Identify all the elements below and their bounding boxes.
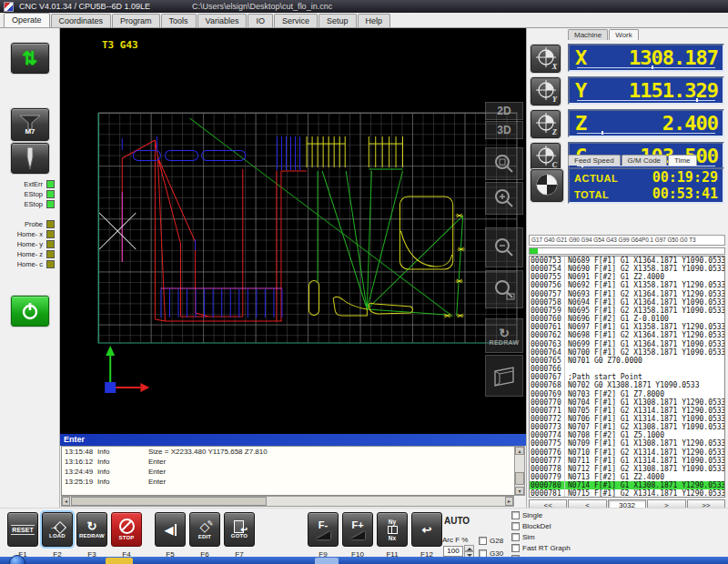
perspective-view-button[interactable] bbox=[485, 355, 523, 397]
log-vertical-scrollbar[interactable]: ▴ ▾ bbox=[514, 446, 525, 496]
zoom-window-button[interactable] bbox=[485, 147, 523, 180]
tab-feed-speed[interactable]: Feed Speed bbox=[568, 155, 621, 166]
gcode-list[interactable]: 0000753N0689 F[#1] G1 X1364.1871 Y1090.0… bbox=[529, 256, 725, 498]
vscroll-thumb[interactable] bbox=[515, 472, 524, 485]
timer-zero-button[interactable] bbox=[531, 169, 563, 202]
menu-tab-program[interactable]: Program bbox=[112, 14, 160, 27]
axis-zero-button-z[interactable]: Z bbox=[531, 110, 561, 138]
view-3d-button[interactable]: 3D bbox=[485, 121, 523, 139]
gcode-row[interactable]: 0000779N0713 F[#2] G1 Z2.4000 bbox=[530, 473, 724, 481]
hscroll-thumb[interactable] bbox=[71, 497, 267, 506]
gcode-row[interactable]: 0000758N0694 F[#1] G1 X1364.1871 Y1090.0… bbox=[530, 298, 724, 307]
menu-tab-help[interactable]: Help bbox=[358, 14, 391, 27]
gcode-row[interactable]: 0000755N0691 F[#2] G1 Z2.4000 bbox=[530, 273, 724, 281]
start-orb[interactable] bbox=[9, 555, 25, 564]
gcode-row[interactable]: 0000768N0702 G0 X1308.1871 Y1090.0533 bbox=[530, 381, 724, 389]
axis-zero-button-x[interactable]: X bbox=[531, 45, 561, 73]
rewind-button[interactable]: ◀ bbox=[155, 512, 186, 547]
view-2d-button[interactable]: 2D bbox=[485, 102, 523, 120]
spindle-button[interactable] bbox=[11, 143, 49, 174]
gcode-row[interactable]: 0000766 bbox=[530, 365, 724, 373]
estop-indicator-row: EStop bbox=[0, 199, 60, 209]
scroll-left-icon[interactable]: ◂ bbox=[62, 497, 70, 506]
axis-zero-button-c[interactable]: C bbox=[531, 143, 561, 171]
zoom-out-button[interactable] bbox=[485, 227, 523, 267]
gcode-row[interactable]: 0000778N0712 F[#1] G2 X1308.1871 Y1090.0… bbox=[530, 465, 724, 473]
gcode-row[interactable]: 0000770N0704 F[#1] G1 X1308.1871 Y1290.0… bbox=[530, 398, 724, 407]
checkbox-sim[interactable] bbox=[511, 533, 520, 541]
gcode-row[interactable]: 0000753N0689 F[#1] G1 X1364.1871 Y1090.0… bbox=[530, 257, 724, 265]
stop-button[interactable]: STOP bbox=[111, 512, 142, 547]
gcode-row[interactable]: 0000754N0690 F[#1] G2 X1358.1871 Y1090.0… bbox=[530, 265, 724, 273]
nxny-button[interactable]: Ny Nx bbox=[377, 512, 408, 547]
gcode-row[interactable]: 0000759N0695 F[#1] G2 X1358.1871 Y1090.0… bbox=[530, 307, 724, 315]
redraw-view-button[interactable]: ↻REDRAW bbox=[485, 318, 523, 353]
feed-minus-button[interactable]: F- bbox=[308, 512, 339, 547]
gcode-row[interactable]: 0000776N0710 F[#1] G2 X1314.1871 Y1290.0… bbox=[530, 448, 724, 457]
gcode-row[interactable]: 0000764N0700 F[#1] G2 X1358.1871 Y1090.0… bbox=[530, 348, 724, 357]
feed-plus-button[interactable]: F+ bbox=[342, 512, 373, 547]
gcode-row[interactable]: 0000757N0693 F[#1] G2 X1364.1871 Y1290.0… bbox=[530, 290, 724, 298]
gcode-row[interactable]: 0000761N0697 F[#1] G1 X1358.1871 Y1290.0… bbox=[530, 323, 724, 331]
checkbox-blockdel[interactable] bbox=[511, 522, 520, 530]
axis-zero-button-y[interactable]: Y bbox=[531, 77, 561, 106]
checkbox-single[interactable] bbox=[511, 511, 520, 519]
menu-tab-coordinates[interactable]: Coordinates bbox=[51, 14, 112, 27]
load-button[interactable]: → LOAD bbox=[42, 512, 73, 547]
menu-tab-setup[interactable]: Setup bbox=[318, 14, 357, 27]
gcode-row[interactable]: 0000781N0715 F[#1] G2 X1314.1871 Y1290.0… bbox=[530, 489, 724, 498]
menu-tab-operate[interactable]: Operate bbox=[4, 13, 50, 27]
reset-button[interactable]: RESET bbox=[7, 512, 38, 547]
gcode-row[interactable]: 0000780N0714 F[#1] G1 X1308.1871 Y1290.0… bbox=[530, 481, 724, 489]
spinner-up-icon[interactable] bbox=[464, 545, 474, 551]
tab-time[interactable]: Time bbox=[668, 155, 696, 166]
back-button[interactable]: ↩ bbox=[411, 512, 442, 547]
scroll-down-icon[interactable]: ▾ bbox=[515, 487, 524, 495]
gcode-row[interactable]: 0000769N0703 F[#2] G1 Z7.8000 bbox=[530, 390, 724, 398]
zoom-extents-button[interactable] bbox=[485, 270, 523, 308]
taskbar-app-icon[interactable] bbox=[315, 558, 339, 564]
gcode-row[interactable]: 0000773N0707 F[#1] G2 X1308.1871 Y1090.0… bbox=[530, 423, 724, 431]
gcode-row[interactable]: 0000767;Path start Point bbox=[530, 373, 724, 381]
power-icon bbox=[20, 301, 40, 321]
redraw-button[interactable]: ↻ REDRAW bbox=[76, 512, 107, 547]
arc-f-spinner[interactable] bbox=[464, 545, 474, 558]
log-horizontal-scrollbar[interactable]: ◂ ▸ bbox=[61, 496, 514, 507]
arc-f-value[interactable]: 100 bbox=[443, 546, 463, 557]
home-indicator-led bbox=[46, 230, 55, 238]
gcode-row[interactable]: 0000760N0696 F[#2] G1 Z-0.0100 bbox=[530, 315, 724, 323]
tab-work[interactable]: Work bbox=[609, 29, 639, 40]
g28-checkbox[interactable] bbox=[479, 537, 487, 545]
gcode-row[interactable]: 0000772N0706 F[#1] G1 X1314.1871 Y1090.0… bbox=[530, 415, 724, 423]
scroll-up-icon[interactable]: ▴ bbox=[515, 447, 524, 455]
gcode-line-number: 0000760 bbox=[530, 315, 565, 323]
log-entries: 13:15:48InfoSize = X2233.480 Y1175.658 Z… bbox=[61, 446, 514, 496]
scroll-right-icon[interactable]: ▸ bbox=[505, 497, 513, 506]
checkbox-fast-rt-graph[interactable] bbox=[511, 544, 520, 552]
zoom-in-button[interactable] bbox=[485, 182, 523, 215]
edit-button[interactable]: ◇✎ EDIT bbox=[189, 512, 220, 547]
coolant-m7-button[interactable]: M7 bbox=[11, 108, 49, 141]
gcode-row[interactable]: 0000771N0705 F[#1] G2 X1314.1871 Y1290.0… bbox=[530, 407, 724, 415]
gcode-row[interactable]: 0000762N0698 F[#1] G2 X1364.1871 Y1290.0… bbox=[530, 331, 724, 339]
menu-tab-io[interactable]: IO bbox=[248, 14, 273, 27]
gcode-row[interactable]: 0000763N0699 F[#1] G1 X1364.1871 Y1090.0… bbox=[530, 340, 724, 348]
menu-tab-variables[interactable]: Variables bbox=[197, 14, 248, 27]
gcode-row[interactable]: 0000774N0708 F[#2] G1 Z5.1000 bbox=[530, 431, 724, 439]
tool-change-button[interactable]: ⇅ bbox=[11, 43, 49, 74]
gcode-text: N0699 F[#1] G1 X1364.1871 Y1090.0533 bbox=[565, 340, 724, 348]
taskbar-folder-icon[interactable] bbox=[106, 558, 133, 564]
menu-tab-tools[interactable]: Tools bbox=[161, 14, 197, 27]
axis-value: 1151.329 bbox=[629, 79, 718, 102]
tab-g-m-code[interactable]: G/M Code bbox=[622, 155, 667, 166]
menu-tab-service[interactable]: Service bbox=[274, 14, 318, 27]
gcode-row[interactable]: 0000756N0692 F[#1] G1 X1358.1871 Y1290.0… bbox=[530, 281, 724, 289]
toolpath-viewport[interactable]: T3 G43 2D3D↻REDRAW bbox=[60, 28, 526, 434]
gcode-row[interactable]: 0000775N0709 F[#1] G1 X1308.1871 Y1290.0… bbox=[530, 439, 724, 448]
gcode-row[interactable]: 0000777N0711 F[#1] G1 X1314.1871 Y1090.0… bbox=[530, 457, 724, 465]
power-button[interactable] bbox=[11, 296, 49, 327]
tab-machine[interactable]: Machine bbox=[568, 29, 608, 40]
gcode-text: N0690 F[#1] G2 X1358.1871 Y1090.0533 bbox=[565, 265, 724, 273]
goto-button[interactable]: ↩ GOTO bbox=[224, 512, 255, 547]
gcode-row[interactable]: 0000765N0701 G0 Z70.0000 bbox=[530, 357, 724, 365]
